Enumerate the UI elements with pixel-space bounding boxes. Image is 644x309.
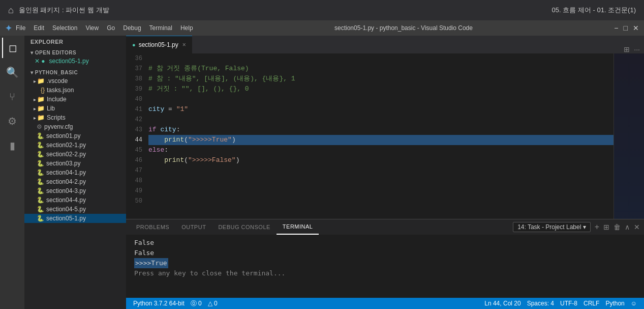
sidebar-item-include[interactable]: ▸ 📁 Include [24, 95, 126, 104]
tab-close-button[interactable]: × [182, 41, 186, 48]
code-content[interactable]: # 참 거짓 종류(True, False) # 참 : "내용", [내용],… [146, 53, 614, 219]
sidebar-item-section02-1[interactable]: 🐍 section02-1.py [24, 141, 126, 150]
open-editor-file[interactable]: ✕ ● section05-1.py [24, 57, 126, 66]
folder-label-scripts: Scripts [47, 114, 66, 121]
sidebar-item-section04-5[interactable]: 🐍 section04-5.py [24, 205, 126, 214]
status-warnings[interactable]: △ 0 [205, 300, 221, 307]
sidebar-item-tasks-json[interactable]: {} tasks.json [24, 86, 126, 95]
more-actions-icon[interactable]: ··· [634, 45, 640, 53]
menu-terminal[interactable]: Terminal [149, 24, 172, 32]
terminal-line-2: False [134, 248, 636, 258]
status-right: Ln 44, Col 20 Spaces: 4 UTF-8 CRLF Pytho… [481, 300, 640, 307]
sidebar-item-vscode-folder[interactable]: ▸ 📁 .vscode [24, 76, 126, 86]
open-file-name: section05-1.py [49, 58, 89, 65]
tab-section05-1[interactable]: ● section05-1.py × [126, 36, 192, 53]
tab-problems[interactable]: PROBLEMS [130, 219, 175, 235]
terminal-line-3: >>>>True [134, 258, 636, 268]
code-line-43: if city: [148, 125, 614, 135]
add-terminal-icon[interactable]: + [595, 222, 599, 232]
menu-debug[interactable]: Debug [123, 24, 141, 32]
folder-icon-include: 📁 [37, 96, 45, 103]
encoding-label: UTF-8 [560, 300, 577, 307]
cursor-position: Ln 44, Col 20 [484, 300, 520, 307]
git-activity-icon[interactable]: ⑂ [2, 87, 22, 107]
tab-label: section05-1.py [139, 41, 178, 48]
status-feedback[interactable]: ☺ [628, 300, 640, 307]
maximize-panel-icon[interactable]: ∧ [625, 223, 630, 231]
code-line-38: # 참 : "내용", [내용], (내용), {내용}, 1 [148, 74, 614, 84]
explorer-section-title: EXPLORER [24, 36, 126, 48]
status-encoding[interactable]: UTF-8 [557, 300, 580, 307]
sidebar-item-section04-3[interactable]: 🐍 section04-3.py [24, 186, 126, 195]
folder-arrow-include: ▸ [34, 97, 36, 102]
code-line-40 [148, 94, 614, 104]
home-icon[interactable]: ⌂ [8, 5, 14, 16]
file-label-section02-2: section02-2.py [46, 151, 86, 158]
status-python[interactable]: Python 3.7.2 64-bit [130, 300, 188, 307]
minimize-button[interactable]: − [614, 24, 618, 32]
tab-bar: ● section05-1.py × ⊞ ··· [126, 36, 644, 53]
folder-arrow-scripts: ▸ [34, 115, 36, 121]
maximize-button[interactable]: □ [624, 24, 628, 32]
split-editor-icon[interactable]: ⊞ [624, 45, 630, 53]
sidebar-item-section05-1[interactable]: 🐍 section05-1.py [24, 214, 126, 223]
file-label-section04-2: section04-2.py [46, 178, 86, 185]
status-eol[interactable]: CRLF [580, 300, 602, 307]
delete-terminal-icon[interactable]: 🗑 [614, 223, 621, 231]
status-bar: Python 3.7.2 64-bit ⓪ 0 △ 0 Ln 44, Col 2… [126, 298, 644, 309]
open-editors-label: ▾ OPEN EDITORS [24, 48, 126, 57]
file-icon-section04-5: 🐍 [37, 206, 44, 213]
tab-terminal[interactable]: TERMINAL [277, 219, 319, 235]
code-line-41: city = "1" [148, 104, 614, 115]
sidebar-item-section04-4[interactable]: 🐍 section04-4.py [24, 195, 126, 205]
language-label: Python [605, 300, 624, 307]
close-panel-icon[interactable]: ✕ [634, 223, 640, 231]
sidebar-item-section01[interactable]: 🐍 section01.py [24, 131, 126, 141]
sidebar-item-lib[interactable]: ▸ 📁 Lib [24, 104, 126, 113]
code-line-45: else: [148, 145, 614, 155]
activity-bar: ◻ 🔍 ⑂ ⚙ ▮ [0, 36, 24, 309]
status-errors[interactable]: ⓪ 0 [188, 299, 205, 308]
main-area: ◻ 🔍 ⑂ ⚙ ▮ EXPLORER ▾ OPEN EDITORS ✕ ● se… [0, 36, 644, 309]
tab-debug-console[interactable]: DEBUG CONSOLE [212, 219, 276, 235]
code-line-36 [148, 53, 614, 64]
explorer-activity-icon[interactable]: ◻ [2, 38, 22, 58]
close-button[interactable]: ✕ [633, 24, 639, 32]
terminal-label[interactable]: 14: Task - Project Label ▾ [513, 222, 591, 232]
code-editor[interactable]: 36 37 38 39 40 41 42 43 44 45 46 47 48 4… [126, 53, 644, 219]
file-label-section04-1: section04-1.py [46, 169, 86, 176]
editor-toolbar-right: ⊞ ··· [624, 45, 644, 53]
top-bar: ⌂ 올인원 패키지 : 파이썬 웹 개발 05. 흐름 제어 - 01. 조건문… [0, 0, 644, 20]
window-title: section05-1.py - python_basic - Visual S… [193, 24, 615, 32]
menu-help[interactable]: Help [180, 24, 193, 32]
file-label-tasks-json: tasks.json [47, 87, 74, 94]
remote-activity-icon[interactable]: ▮ [2, 135, 22, 156]
course-title: 올인원 패키지 : 파이썬 웹 개발 [19, 6, 109, 15]
terminal-content[interactable]: False False >>>>True Press any key to cl… [126, 235, 644, 298]
python-version: Python 3.7.2 64-bit [133, 300, 185, 307]
sidebar-item-section03[interactable]: 🐍 section03.py [24, 159, 126, 168]
search-activity-icon[interactable]: 🔍 [2, 62, 22, 82]
status-language[interactable]: Python [602, 300, 627, 307]
menu-selection[interactable]: Selection [52, 24, 77, 32]
status-position[interactable]: Ln 44, Col 20 [481, 300, 524, 307]
sidebar-item-section04-1[interactable]: 🐍 section04-1.py [24, 168, 126, 177]
sidebar-item-pyvenv[interactable]: ⚙ pyvenv.cfg [24, 122, 126, 131]
tab-output[interactable]: OUTPUT [175, 219, 212, 235]
file-icon-section02-1: 🐍 [37, 142, 44, 149]
menu-bar: File Edit Selection View Go Debug Termin… [16, 24, 193, 32]
sidebar-item-section02-2[interactable]: 🐍 section02-2.py [24, 150, 126, 159]
extensions-activity-icon[interactable]: ⚙ [2, 111, 22, 131]
menu-edit[interactable]: Edit [34, 24, 44, 32]
file-icon-section01: 🐍 [37, 132, 44, 139]
sidebar-item-scripts[interactable]: ▸ 📁 Scripts [24, 113, 126, 122]
sidebar-item-section04-2[interactable]: 🐍 section04-2.py [24, 177, 126, 186]
menu-view[interactable]: View [85, 24, 99, 32]
split-terminal-icon[interactable]: ⊞ [603, 223, 609, 231]
file-label-pyvenv: pyvenv.cfg [44, 123, 73, 130]
status-spaces[interactable]: Spaces: 4 [524, 300, 557, 307]
folder-label-include: Include [47, 96, 67, 103]
menu-go[interactable]: Go [107, 24, 115, 32]
code-line-49 [148, 186, 614, 196]
menu-file[interactable]: File [16, 24, 25, 32]
